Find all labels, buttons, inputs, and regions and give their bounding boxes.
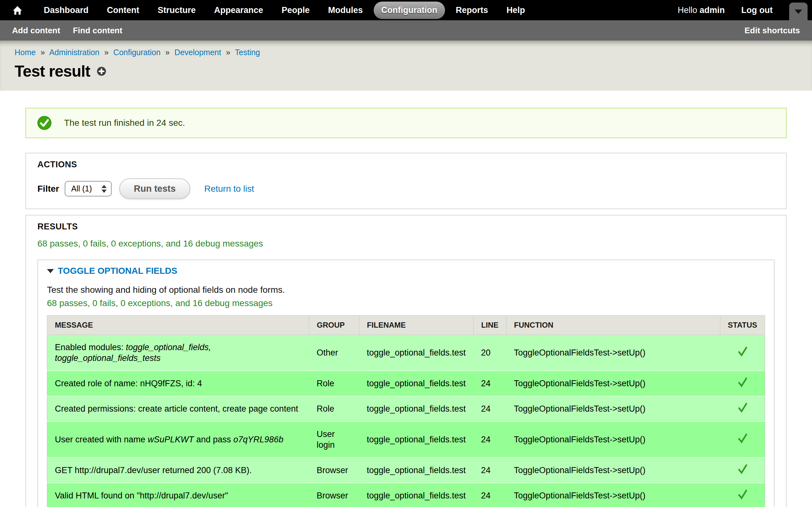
test-group-description: Test the showing and hiding of optional … <box>47 285 765 295</box>
function-cell: ToggleOptionalFieldsTest->setUp() <box>506 483 720 507</box>
filter-select-value: All (1) <box>71 184 92 193</box>
group-cell: Browser <box>309 483 359 507</box>
nav-modules[interactable]: Modules <box>320 2 370 19</box>
col-message: MESSAGE <box>47 316 309 335</box>
pass-check-icon <box>737 377 748 388</box>
filter-select[interactable]: All (1) <box>65 181 111 196</box>
nav-configuration[interactable]: Configuration <box>374 2 445 19</box>
col-status: STATUS <box>720 316 765 335</box>
message-text: User created with name <box>55 435 148 444</box>
line-cell: 24 <box>473 396 506 421</box>
actions-legend: ACTIONS <box>38 160 774 170</box>
pass-check-icon <box>737 463 748 475</box>
collapse-arrow-icon <box>47 269 54 273</box>
table-row: User created with name wSuPLKWT and pass… <box>47 421 765 458</box>
nav-structure[interactable]: Structure <box>150 2 203 19</box>
shortcuts-bar: Add content Find content Edit shortcuts <box>0 20 812 41</box>
group-cell: Browser <box>309 458 359 483</box>
select-stepper-icon <box>101 185 107 193</box>
run-tests-button[interactable]: Run tests <box>119 178 190 199</box>
function-cell: ToggleOptionalFieldsTest->setUp() <box>506 458 720 483</box>
results-table: MESSAGE GROUP FILENAME LINE FUNCTION STA… <box>47 315 765 507</box>
breadcrumb-separator: » <box>163 48 172 57</box>
col-function: FUNCTION <box>506 316 720 335</box>
page-header: Home » Administration » Configuration » … <box>0 41 812 91</box>
line-cell: 24 <box>473 458 506 483</box>
col-filename: FILENAME <box>359 316 473 335</box>
results-fieldset: RESULTS 68 passes, 0 fails, 0 exceptions… <box>26 215 786 507</box>
breadcrumb-separator: » <box>101 48 111 57</box>
function-cell: ToggleOptionalFieldsTest->setUp() <box>506 396 720 421</box>
status-message-text: The test run finished in 24 sec. <box>64 118 185 128</box>
table-header-row: MESSAGE GROUP FILENAME LINE FUNCTION STA… <box>47 316 765 335</box>
test-group-toggle[interactable]: TOGGLE OPTIONAL FIELDS <box>47 266 177 276</box>
filename-cell: toggle_optional_fields.test <box>359 396 473 421</box>
actions-fieldset: ACTIONS Filter All (1) Run tests Return … <box>26 153 786 209</box>
table-row: Created role of name: nHQ9fFZS, id: 4 Ro… <box>47 371 765 396</box>
table-row: Created permissions: create article cont… <box>47 396 765 421</box>
col-group: GROUP <box>309 316 359 335</box>
nav-dashboard[interactable]: Dashboard <box>36 2 96 19</box>
line-cell: 24 <box>473 483 506 507</box>
group-cell: User login <box>309 421 359 458</box>
filename-cell: toggle_optional_fields.test <box>359 335 473 371</box>
line-cell: 24 <box>473 421 506 458</box>
col-line: LINE <box>473 316 506 335</box>
function-cell: ToggleOptionalFieldsTest->setUp() <box>506 371 720 396</box>
home-icon-glyph <box>12 5 23 15</box>
breadcrumb-development[interactable]: Development <box>174 48 221 57</box>
message-text-italic: o7qYRL986b <box>234 435 284 444</box>
logout-link[interactable]: Log out <box>741 5 773 15</box>
pass-check-icon <box>737 489 748 500</box>
return-to-list-link[interactable]: Return to list <box>204 184 254 194</box>
page-title: Test result <box>14 62 90 80</box>
username: admin <box>700 5 725 15</box>
message-text-italic: wSuPLKWT <box>148 435 194 444</box>
group-cell: Role <box>309 371 359 396</box>
breadcrumb-separator: » <box>38 48 48 57</box>
table-row: Valid HTML found on "http://drupal7.dev/… <box>47 483 765 507</box>
admin-toolbar: Dashboard Content Structure Appearance P… <box>0 0 812 20</box>
breadcrumb: Home » Administration » Configuration » … <box>14 48 812 57</box>
toolbar-menu: Dashboard Content Structure Appearance P… <box>36 2 532 19</box>
filename-cell: toggle_optional_fields.test <box>359 421 473 458</box>
add-shortcut-icon[interactable] <box>96 66 107 76</box>
table-row: GET http://drupal7.dev/user returned 200… <box>47 458 765 483</box>
filter-label: Filter <box>38 184 59 194</box>
message-text: Created permissions: create article cont… <box>55 404 298 413</box>
success-check-icon <box>37 115 52 130</box>
nav-help[interactable]: Help <box>499 2 533 19</box>
group-cell: Other <box>309 335 359 371</box>
status-message: The test run finished in 24 sec. <box>26 108 786 138</box>
table-row: Enabled modules: toggle_optional_fields,… <box>47 335 765 371</box>
results-summary: 68 passes, 0 fails, 0 exceptions, and 16… <box>38 239 774 249</box>
breadcrumb-testing[interactable]: Testing <box>235 48 260 57</box>
pass-check-icon <box>737 433 748 444</box>
breadcrumb-home[interactable]: Home <box>14 48 36 57</box>
message-text: GET http://drupal7.dev/user returned 200… <box>55 465 252 475</box>
breadcrumb-administration[interactable]: Administration <box>49 48 99 57</box>
message-text: Enabled modules: <box>55 343 126 352</box>
toolbar-orientation-toggle[interactable] <box>789 3 808 21</box>
message-text: Created role of name: nHQ9fFZS, id: 4 <box>55 379 202 388</box>
home-icon[interactable] <box>8 5 27 15</box>
nav-reports[interactable]: Reports <box>448 2 496 19</box>
main-content: The test run finished in 24 sec. ACTIONS… <box>0 91 812 507</box>
shortcut-add-content[interactable]: Add content <box>6 26 67 36</box>
filename-cell: toggle_optional_fields.test <box>359 483 473 507</box>
nav-content[interactable]: Content <box>99 2 147 19</box>
user-greeting: Hello admin <box>677 5 725 15</box>
nav-people[interactable]: People <box>274 2 317 19</box>
edit-shortcuts-link[interactable]: Edit shortcuts <box>738 26 806 36</box>
pass-check-icon <box>737 402 748 413</box>
pass-check-icon <box>737 346 748 357</box>
shortcut-find-content[interactable]: Find content <box>67 26 129 36</box>
breadcrumb-configuration[interactable]: Configuration <box>113 48 160 57</box>
line-cell: 24 <box>473 371 506 396</box>
results-legend: RESULTS <box>38 222 774 232</box>
filename-cell: toggle_optional_fields.test <box>359 371 473 396</box>
function-cell: ToggleOptionalFieldsTest->setUp() <box>506 421 720 458</box>
message-text: Valid HTML found on "http://drupal7.dev/… <box>55 491 228 500</box>
toolbar-user-area: Hello admin Log out <box>677 5 773 15</box>
nav-appearance[interactable]: Appearance <box>206 2 271 19</box>
